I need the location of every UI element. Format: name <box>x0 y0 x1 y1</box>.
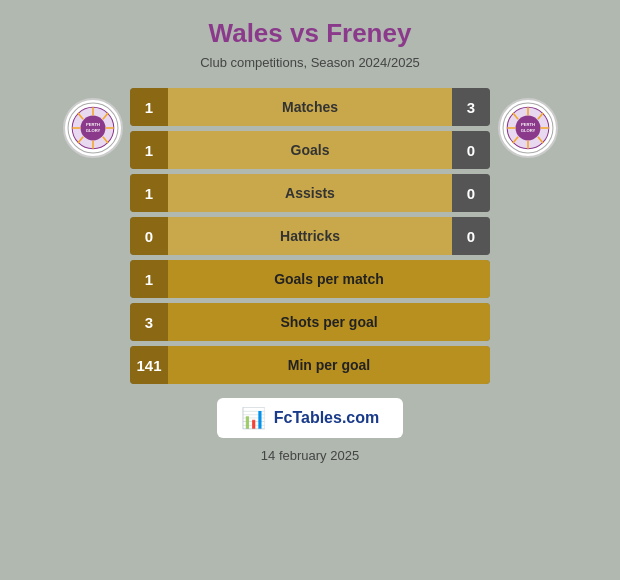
svg-text:PERTH: PERTH <box>520 122 534 127</box>
stat-left-val-matches: 1 <box>130 88 168 126</box>
svg-text:GLORY: GLORY <box>85 128 100 133</box>
date-footer: 14 february 2025 <box>261 448 359 463</box>
stat-left-val-min-per-goal: 141 <box>130 346 168 384</box>
stat-bar-assists: Assists <box>168 174 452 212</box>
fctables-text: FcTables.com <box>274 409 380 427</box>
stat-row-hattricks: 0Hattricks0 <box>130 217 490 255</box>
stat-right-val-matches: 3 <box>452 88 490 126</box>
page-subtitle: Club competitions, Season 2024/2025 <box>200 55 420 70</box>
left-team-logo: PERTH GLORY <box>63 98 123 158</box>
fctables-badge: 📊 FcTables.com <box>217 398 404 438</box>
stat-label-matches: Matches <box>282 99 338 115</box>
right-team-logo: PERTH GLORY <box>498 98 558 158</box>
stat-left-val-goals: 1 <box>130 131 168 169</box>
stat-row-min-per-goal: 141Min per goal <box>130 346 490 384</box>
stat-label-hattricks: Hattricks <box>280 228 340 244</box>
stat-label-goals-per-match: Goals per match <box>274 271 384 287</box>
stat-bar-matches: Matches <box>168 88 452 126</box>
stat-right-val-goals: 0 <box>452 131 490 169</box>
stat-bar-shots-per-goal: Shots per goal <box>168 303 490 341</box>
stat-bar-goals: Goals <box>168 131 452 169</box>
stat-label-assists: Assists <box>285 185 335 201</box>
stat-bar-goals-per-match: Goals per match <box>168 260 490 298</box>
stat-right-val-hattricks: 0 <box>452 217 490 255</box>
stat-label-goals: Goals <box>291 142 330 158</box>
comparison-area: PERTH GLORY 1Matches31Goals01Assists00Ha… <box>10 88 610 384</box>
svg-text:PERTH: PERTH <box>85 122 99 127</box>
stat-row-goals-per-match: 1Goals per match <box>130 260 490 298</box>
stat-bar-min-per-goal: Min per goal <box>168 346 490 384</box>
stat-left-val-assists: 1 <box>130 174 168 212</box>
stats-section: 1Matches31Goals01Assists00Hattricks01Goa… <box>130 88 490 384</box>
stat-row-matches: 1Matches3 <box>130 88 490 126</box>
fctables-icon: 📊 <box>241 406 266 430</box>
stat-left-val-goals-per-match: 1 <box>130 260 168 298</box>
svg-text:GLORY: GLORY <box>520 128 535 133</box>
stat-bar-hattricks: Hattricks <box>168 217 452 255</box>
stat-row-assists: 1Assists0 <box>130 174 490 212</box>
stat-left-val-shots-per-goal: 3 <box>130 303 168 341</box>
page-title: Wales vs Freney <box>209 18 412 49</box>
stat-row-shots-per-goal: 3Shots per goal <box>130 303 490 341</box>
page-container: Wales vs Freney Club competitions, Seaso… <box>0 0 620 473</box>
stat-left-val-hattricks: 0 <box>130 217 168 255</box>
right-team-logo-container: PERTH GLORY <box>490 88 565 162</box>
stat-label-shots-per-goal: Shots per goal <box>280 314 377 330</box>
stat-right-val-assists: 0 <box>452 174 490 212</box>
stat-row-goals: 1Goals0 <box>130 131 490 169</box>
stat-label-min-per-goal: Min per goal <box>288 357 370 373</box>
left-team-logo-container: PERTH GLORY <box>55 88 130 162</box>
